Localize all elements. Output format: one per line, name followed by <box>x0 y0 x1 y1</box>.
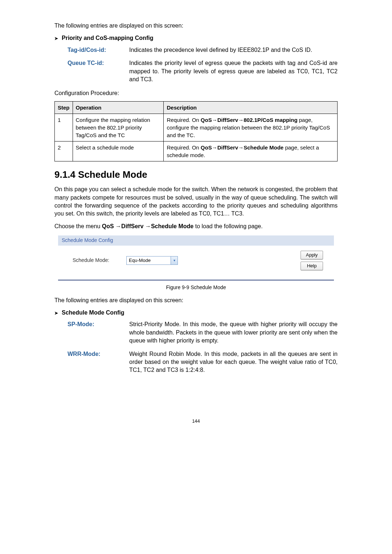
definition-list-2: SP-Mode: Strict-Priority Mode. In this m… <box>68 320 338 374</box>
panel-body: Schedule Mode: Equ-Mode ▾ Apply Help <box>58 246 334 280</box>
menu-pre: Choose the menu <box>54 223 102 229</box>
schedule-mode-config-panel: Schedule Mode Config Schedule Mode: Equ-… <box>58 235 334 280</box>
td-op: Configure the mapping relation between t… <box>73 114 164 141</box>
td-desc: Required. On QoS→DiffServ→802.1P/CoS map… <box>164 114 338 141</box>
def-text-wrrmode: Weight Round Robin Mode. In this mode, p… <box>129 350 338 374</box>
apply-button[interactable]: Apply <box>301 251 323 259</box>
def-label-spmode: SP-Mode: <box>68 320 129 345</box>
th-description: Description <box>164 101 338 114</box>
page-number: 144 <box>54 418 338 424</box>
help-button[interactable]: Help <box>301 262 323 270</box>
menu-path-line: Choose the menu QoS →DiffServ →Schedule … <box>54 222 338 230</box>
desc-bold: QoS→DiffServ→802.1P/CoS mapping <box>201 117 298 123</box>
config-procedure-table: Step Operation Description 1 Configure t… <box>54 101 338 161</box>
intro-text: The following entries are displayed on t… <box>54 22 338 30</box>
select-value: Equ-Mode <box>127 257 171 264</box>
desc-bold: QoS→DiffServ→Schedule Mode <box>201 144 283 151</box>
def-row: Queue TC-id: Indicates the priority leve… <box>68 59 338 83</box>
figure-caption: Figure 9-9 Schedule Mode <box>54 284 338 291</box>
td-desc: Required. On QoS→DiffServ→Schedule Mode … <box>164 141 338 161</box>
schedule-mode-paragraph: On this page you can select a schedule m… <box>54 185 338 218</box>
td-step: 2 <box>55 141 73 161</box>
panel-button-group: Apply Help <box>301 251 330 270</box>
th-operation: Operation <box>73 101 164 114</box>
table-row: 1 Configure the mapping relation between… <box>55 114 338 141</box>
schedule-mode-select[interactable]: Equ-Mode ▾ <box>126 256 178 265</box>
menu-post: to load the following page. <box>193 223 262 229</box>
def-text-queuetc: Indicates the priority level of egress q… <box>129 59 338 83</box>
intro-text-2: The following entries are displayed on t… <box>54 296 338 304</box>
chevron-down-icon[interactable]: ▾ <box>171 257 177 264</box>
th-step: Step <box>55 101 73 114</box>
heading-schedule-mode: 9.1.4 Schedule Mode <box>54 168 338 181</box>
def-text-tagid: Indicates the precedence level defined b… <box>129 46 338 54</box>
def-label-wrrmode: WRR-Mode: <box>68 350 129 374</box>
desc-pre: Required. On <box>167 144 200 151</box>
def-row: WRR-Mode: Weight Round Robin Mode. In th… <box>68 350 338 374</box>
table-row: 2 Select a schedule mode Required. On Qo… <box>55 141 338 161</box>
schedule-mode-label: Schedule Mode: <box>73 257 120 264</box>
td-op: Select a schedule mode <box>73 141 164 161</box>
def-text-spmode: Strict-Priority Mode. In this mode, the … <box>129 320 338 345</box>
def-label-tagid: Tag-id/Cos-id: <box>68 46 129 54</box>
definition-list-1: Tag-id/Cos-id: Indicates the precedence … <box>68 46 338 84</box>
section-priority-cos-title: Priority and CoS-mapping Config <box>54 34 338 42</box>
def-row: SP-Mode: Strict-Priority Mode. In this m… <box>68 320 338 345</box>
td-step: 1 <box>55 114 73 141</box>
desc-pre: Required. On <box>167 117 200 123</box>
def-label-queuetc: Queue TC-id: <box>68 59 129 83</box>
def-row: Tag-id/Cos-id: Indicates the precedence … <box>68 46 338 54</box>
menu-bold: QoS →DiffServ →Schedule Mode <box>102 223 193 229</box>
config-procedure-heading: Configuration Procedure: <box>54 89 338 97</box>
panel-title: Schedule Mode Config <box>58 235 334 246</box>
section-schedule-mode-config-title: Schedule Mode Config <box>54 309 338 317</box>
